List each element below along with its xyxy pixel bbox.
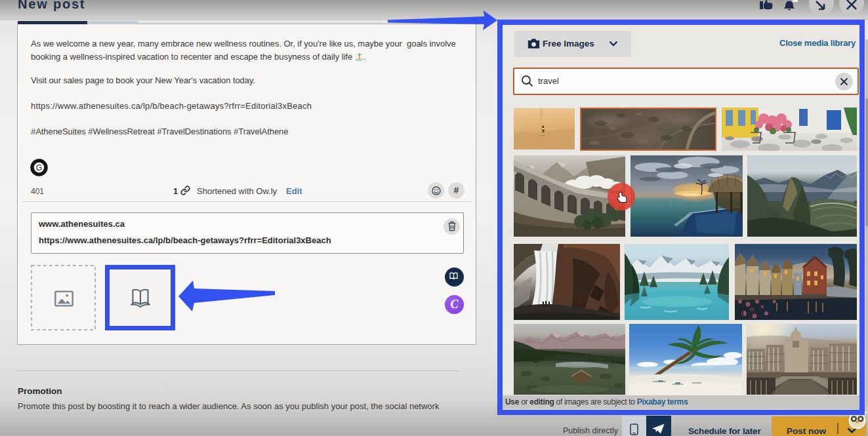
svg-text:G: G xyxy=(36,163,42,172)
